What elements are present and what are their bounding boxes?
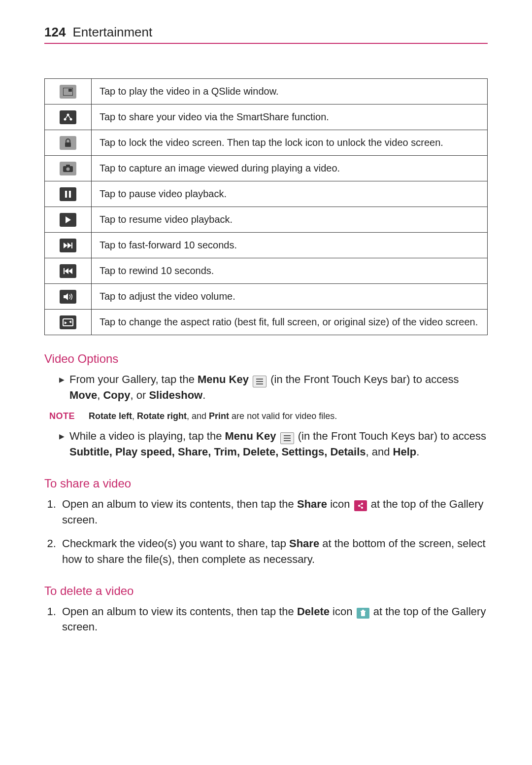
qslide-icon-cell xyxy=(45,79,92,104)
page-number: 124 xyxy=(44,25,66,40)
menu-key-icon xyxy=(280,432,294,444)
volume-icon xyxy=(60,290,76,304)
section-title: Entertainment xyxy=(72,25,152,40)
menu-key-icon xyxy=(253,376,266,387)
trash-icon xyxy=(357,608,369,619)
icon-description: Tap to change the aspect ratio (best fit… xyxy=(92,310,488,335)
icon-description: Tap to play the video in a QSlide window… xyxy=(92,79,488,104)
icon-descriptions-table: Tap to play the video in a QSlide window… xyxy=(44,78,488,335)
ffwd-icon-cell xyxy=(45,233,92,258)
svg-rect-10 xyxy=(69,191,71,198)
table-row: Tap to rewind 10 seconds. xyxy=(45,258,488,284)
pause-icon xyxy=(60,187,76,201)
svg-rect-1 xyxy=(68,89,72,92)
icon-description: Tap to rewind 10 seconds. xyxy=(92,258,488,284)
rwd-icon xyxy=(60,264,76,278)
icon-description: Tap to pause video playback. xyxy=(92,181,488,207)
rwd-icon-cell xyxy=(45,258,92,284)
video-options-bullet-1: ▶ From your Gallery, tap the Menu Key (i… xyxy=(59,372,488,403)
bullet-icon: ▶ xyxy=(59,372,65,403)
delete-video-heading: To delete a video xyxy=(44,584,488,598)
icon-description: Tap to share your video via the SmartSha… xyxy=(92,104,488,130)
play-icon xyxy=(60,213,76,227)
svg-rect-9 xyxy=(65,191,67,198)
aspect-icon xyxy=(60,315,76,329)
table-row: Tap to pause video playback. xyxy=(45,181,488,207)
page-header: 124 Entertainment xyxy=(44,25,488,44)
share-icon xyxy=(354,500,367,511)
capture-icon xyxy=(60,162,76,175)
icon-description: Tap to capture an image viewed during pl… xyxy=(92,156,488,181)
icon-description: Tap to resume video playback. xyxy=(92,207,488,233)
manual-page: 124 Entertainment Tap to play the video … xyxy=(0,0,532,765)
video-options-bullet-2: ▶ While a video is playing, tap the Menu… xyxy=(59,428,488,460)
svg-rect-5 xyxy=(65,142,71,147)
svg-rect-12 xyxy=(64,268,65,274)
icon-description: Tap to fast-forward 10 seconds. xyxy=(92,233,488,258)
note-row: NOTE Rotate left, Rotate right, and Prin… xyxy=(49,410,488,422)
table-row: Tap to resume video playback. xyxy=(45,207,488,233)
table-row: Tap to adjust the video volume. xyxy=(45,284,488,310)
pause-icon-cell xyxy=(45,181,92,207)
video-options-heading: Video Options xyxy=(44,352,488,366)
list-item: Checkmark the video(s) you want to share… xyxy=(59,536,488,567)
table-row: Tap to change the aspect ratio (best fit… xyxy=(45,310,488,335)
share-video-steps: Open an album to view its contents, then… xyxy=(44,496,488,567)
list-item: Open an album to view its contents, then… xyxy=(59,604,488,635)
qslide-icon xyxy=(60,85,76,99)
smartshare-icon xyxy=(60,110,76,124)
svg-rect-11 xyxy=(71,243,72,248)
table-row: Tap to play the video in a QSlide window… xyxy=(45,79,488,104)
smartshare-icon-cell xyxy=(45,104,92,130)
bullet-icon: ▶ xyxy=(59,428,65,460)
note-label: NOTE xyxy=(49,410,75,422)
svg-rect-7 xyxy=(66,165,70,167)
list-item: Open an album to view its contents, then… xyxy=(59,496,488,528)
lock-icon xyxy=(60,136,76,150)
aspect-icon-cell xyxy=(45,310,92,335)
ffwd-icon xyxy=(60,239,76,252)
capture-icon-cell xyxy=(45,156,92,181)
table-row: Tap to capture an image viewed during pl… xyxy=(45,156,488,181)
table-row: Tap to share your video via the SmartSha… xyxy=(45,104,488,130)
svg-point-8 xyxy=(66,167,70,171)
icon-description: Tap to lock the video screen. Then tap t… xyxy=(92,130,488,156)
volume-icon-cell xyxy=(45,284,92,310)
lock-icon-cell xyxy=(45,130,92,156)
share-video-heading: To share a video xyxy=(44,477,488,490)
table-row: Tap to lock the video screen. Then tap t… xyxy=(45,130,488,156)
delete-video-steps: Open an album to view its contents, then… xyxy=(44,604,488,635)
play-icon-cell xyxy=(45,207,92,233)
icon-description: Tap to adjust the video volume. xyxy=(92,284,488,310)
table-row: Tap to fast-forward 10 seconds. xyxy=(45,233,488,258)
